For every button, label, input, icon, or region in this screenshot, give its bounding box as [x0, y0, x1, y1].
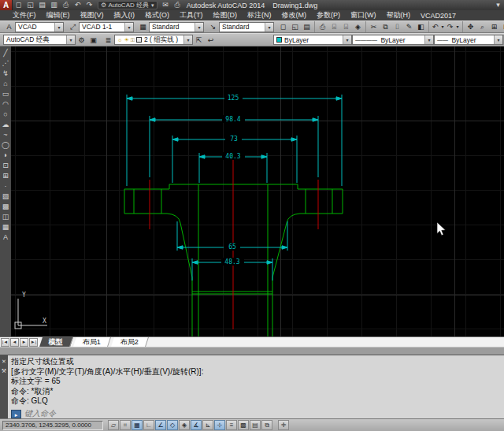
insert-block-icon[interactable]: ⊡	[1, 160, 11, 170]
next-tab-button[interactable]: ►	[20, 338, 28, 347]
plot-icon[interactable]: ⎙	[61, 1, 71, 9]
autocad-logo-icon[interactable]: A	[0, 0, 13, 10]
drawing-canvas[interactable]: 125 98.4 73 40.3 65	[11, 46, 504, 336]
menu-window[interactable]: 窗口(W)	[350, 10, 376, 20]
construction-line-icon[interactable]: ⋰	[1, 58, 11, 68]
redo-icon[interactable]: ↷	[446, 21, 454, 32]
spline-icon[interactable]: ~	[1, 129, 11, 139]
chevron-down-icon[interactable]: ▾	[494, 35, 502, 44]
menu-file[interactable]: 文件(F)	[13, 10, 36, 20]
block-editor-icon[interactable]: ◧	[415, 21, 427, 32]
workspace-settings-icon[interactable]: ⚙	[76, 35, 87, 46]
command-window[interactable]: ✕ ⚒ 指定尺寸线位置或 [多行文字(M)/文字(T)/角度(A)/水平(H)/…	[0, 355, 504, 418]
workspace-switcher[interactable]: ⚙ AutoCAD 经典 ▾	[98, 1, 158, 9]
polyline-icon[interactable]: ↯	[1, 68, 11, 78]
menu-help[interactable]: 帮助(H)	[387, 10, 411, 20]
zoom-previous-icon[interactable]: ⊟	[500, 21, 504, 32]
dim-overall-width[interactable]: 125	[228, 95, 239, 102]
zoom-window-icon[interactable]: ⊞	[488, 21, 500, 32]
grid-toggle[interactable]: ▦	[132, 420, 143, 430]
mleader-style-icon[interactable]: ↘	[207, 21, 219, 32]
region-icon[interactable]: ◫	[1, 211, 11, 221]
publish-icon[interactable]: ⌺	[340, 21, 352, 32]
tab-layout2[interactable]: 布局2	[111, 337, 149, 347]
match-properties-icon[interactable]: ✎	[403, 21, 415, 32]
snap-toggle[interactable]: ⌗	[120, 420, 131, 430]
dim-neck-bottom-width[interactable]: 48.3	[224, 258, 239, 266]
lineweight-toggle[interactable]: ≡	[226, 420, 237, 430]
menu-modify[interactable]: 修改(M)	[282, 10, 307, 20]
chevron-down-icon[interactable]: ▾	[54, 23, 63, 32]
redo-icon[interactable]: ↷	[84, 1, 94, 9]
chevron-down-icon[interactable]: ▾	[195, 23, 203, 32]
menu-insert[interactable]: 插入(I)	[114, 10, 135, 20]
rectangle-icon[interactable]: ▭	[1, 88, 11, 98]
menu-vcad2017[interactable]: VCAD2017	[421, 12, 456, 20]
workspace-save-icon[interactable]: ▣	[87, 35, 99, 46]
ortho-toggle[interactable]: ∟	[143, 420, 154, 430]
revision-cloud-icon[interactable]: ☁	[1, 119, 11, 129]
make-object-layer-current-icon[interactable]: ⇱	[193, 35, 205, 46]
transparency-toggle[interactable]: ▩	[238, 420, 249, 430]
lineweight-combo[interactable]: —— ByLayer ▾	[434, 35, 503, 45]
object-snap-tracking-toggle[interactable]: ∡	[191, 420, 202, 430]
menu-parametric[interactable]: 参数(P)	[317, 10, 340, 20]
menu-dimension[interactable]: 标注(N)	[247, 10, 272, 20]
infer-constraints-toggle[interactable]: ▱	[108, 420, 119, 430]
linetype-combo[interactable]: ———— ByLayer ▾	[352, 35, 434, 45]
3d-dwf-icon[interactable]: ◈	[352, 21, 364, 32]
selection-cycling-toggle[interactable]: ⧉	[261, 420, 272, 430]
color-combo[interactable]: ByLayer ▾	[273, 35, 352, 45]
undo-icon[interactable]: ↶	[72, 1, 83, 9]
layer-properties-icon[interactable]: ≣	[102, 35, 114, 46]
hatch-icon[interactable]: ▨	[1, 191, 11, 201]
ucs-icon[interactable]: Y X	[15, 292, 47, 329]
layer-thaw-icon[interactable]: ☀	[124, 37, 128, 43]
new-icon[interactable]: ◻	[277, 21, 289, 32]
arc-icon[interactable]: ◠	[1, 98, 11, 109]
chevron-down-icon[interactable]: ▾	[183, 35, 192, 44]
polar-tracking-toggle[interactable]: ∠	[155, 420, 166, 430]
point-icon[interactable]: ·	[1, 180, 11, 191]
dynamic-input-toggle[interactable]: ⊹	[214, 420, 225, 430]
paste-icon[interactable]: ⌷	[391, 21, 403, 32]
save-as-icon[interactable]: ▥	[49, 1, 59, 9]
chevron-down-icon[interactable]: ▾	[424, 35, 433, 44]
create-block-icon[interactable]: ⊞	[1, 170, 11, 180]
object-snap-toggle[interactable]: ◇	[167, 420, 178, 430]
gradient-icon[interactable]: ▩	[1, 201, 11, 211]
menu-format[interactable]: 格式(O)	[145, 10, 169, 20]
dim-bore[interactable]: 40.3	[225, 153, 240, 160]
open-icon[interactable]: ◱	[25, 1, 35, 9]
layer-on-icon[interactable]: ☼	[117, 37, 122, 43]
redo-dropdown-icon[interactable]: ▾	[454, 21, 461, 32]
3d-object-snap-toggle[interactable]: ◈	[179, 420, 190, 430]
annotation-plus-button[interactable]: ✛	[278, 420, 289, 430]
save-icon[interactable]: ▤	[301, 21, 313, 32]
chevron-down-icon[interactable]: ▾	[265, 23, 273, 32]
plot-icon[interactable]: ⎙	[317, 21, 328, 32]
ellipse-arc-icon[interactable]: ◗	[1, 150, 11, 160]
workspace-combo[interactable]: AutoCAD 经典 ▾	[3, 35, 76, 45]
layer-combo[interactable]: ☼ ☀ ⚿ 2 ( 细实线 ) ▾	[114, 35, 193, 45]
layer-lock-icon[interactable]: ⚿	[131, 37, 135, 43]
command-input-row[interactable]: ▸ 键入命令	[11, 409, 504, 419]
dim-style-combo[interactable]: VCAD 1-1 ▾	[79, 22, 134, 32]
cut-icon[interactable]: ✂	[368, 21, 380, 32]
quick-properties-toggle[interactable]: ▤	[250, 420, 261, 430]
text-style-icon[interactable]: A	[3, 21, 15, 32]
menu-tools[interactable]: 工具(T)	[180, 10, 203, 20]
tab-model[interactable]: 模型	[39, 337, 73, 347]
table-icon[interactable]: ▦	[1, 221, 11, 232]
table-style-icon[interactable]: ▦	[137, 21, 149, 32]
undo-dropdown-icon[interactable]: ▾	[439, 21, 446, 32]
copy-icon[interactable]: ⧉	[380, 21, 391, 32]
dim-raised-face[interactable]: 73	[230, 136, 238, 143]
chevron-down-icon[interactable]: ▾	[343, 35, 351, 44]
polygon-icon[interactable]: ⌂	[1, 78, 11, 88]
menu-draw[interactable]: 绘图(D)	[213, 10, 238, 20]
wrench-icon[interactable]: ⚒	[2, 368, 6, 374]
last-tab-button[interactable]: ►|	[29, 338, 38, 347]
multiline-text-icon[interactable]: A	[1, 232, 11, 242]
print-icon[interactable]: ⎙	[172, 1, 183, 9]
